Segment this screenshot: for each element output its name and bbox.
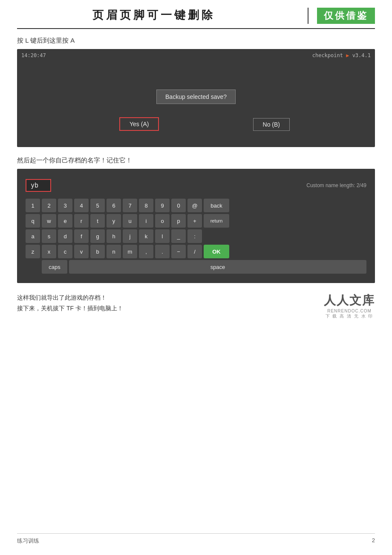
key-a[interactable]: a [26,229,40,243]
key-1[interactable]: 1 [26,199,40,212]
checkpoint-icon: ▶ [346,52,352,58]
key-y[interactable]: y [107,214,121,228]
key-underscore[interactable]: _ [171,229,186,243]
kb-row-1: 1 2 3 4 5 6 7 8 9 0 @ back [26,199,366,212]
no-button[interactable]: No (B) [253,118,290,131]
key-r[interactable]: r [74,214,89,228]
key-plus[interactable]: + [187,214,202,228]
key-3[interactable]: 3 [58,199,72,212]
key-q[interactable]: q [26,214,40,228]
key-j[interactable]: j [123,229,137,243]
space-button[interactable]: space [69,260,366,274]
bottom-section: 这样我们就导出了此游戏的存档！ 接下来，关机拔下 TF 卡！插到电脑上！ 人人文… [17,292,375,319]
key-4[interactable]: 4 [74,199,89,212]
back-button[interactable]: back [204,199,229,212]
key-e[interactable]: e [58,214,72,228]
key-u[interactable]: u [123,214,137,228]
key-w[interactable]: w [42,214,56,228]
name-input[interactable]: yb [26,179,51,192]
watermark: 人人文库 RENRENDOC.COM 下 载 高 清 无 水 印 [324,292,375,319]
game-panel-1: 14:20:47 checkpoint ▶ v3.4.1 Backup sele… [17,49,375,147]
kb-row-5: caps space [26,260,366,274]
timestamp: 14:20:47 [21,52,46,58]
watermark-desc: 下 载 高 清 无 水 印 [324,313,375,319]
watermark-site: RENRENDOC.COM [324,309,375,313]
key-colon[interactable]: : [187,229,202,243]
key-z[interactable]: z [26,245,40,258]
kb-row-2: q w e r t y u i o p + return [26,214,366,228]
key-m[interactable]: m [123,245,137,258]
dialog-box: Backup selected save? [156,90,236,104]
key-f[interactable]: f [74,229,89,243]
key-8[interactable]: 8 [139,199,153,212]
key-l[interactable]: l [155,229,170,243]
key-v[interactable]: v [74,245,89,258]
custom-name-length: Custom name length: 2/49 [306,182,366,188]
key-2[interactable]: 2 [42,199,56,212]
caps-button[interactable]: caps [42,260,67,274]
ok-button[interactable]: OK [204,245,229,258]
page-footer: 练习训练 2 [17,533,375,545]
bottom-text: 这样我们就导出了此游戏的存档！ 接下来，关机拔下 TF 卡！插到电脑上！ [17,292,123,314]
footer-right: 2 [372,537,375,545]
key-c[interactable]: c [58,245,72,258]
bottom-line2: 接下来，关机拔下 TF 卡！插到电脑上！ [17,303,123,314]
key-o[interactable]: o [155,214,170,228]
keyboard-panel: yb Custom name length: 2/49 1 2 3 4 5 6 … [17,169,375,283]
checkpoint-version: v3.4.1 [352,52,371,58]
key-h[interactable]: h [107,229,121,243]
key-0[interactable]: 0 [171,199,186,212]
header-divider [308,8,308,24]
key-period[interactable]: . [155,245,170,258]
key-i[interactable]: i [139,214,153,228]
key-x[interactable]: x [42,245,56,258]
key-s[interactable]: s [42,229,56,243]
header-badge: 仅供借鉴 [317,8,375,24]
yes-button[interactable]: Yes (A) [119,117,159,131]
key-7[interactable]: 7 [123,199,137,212]
keyboard-rows: 1 2 3 4 5 6 7 8 9 0 @ back q w e r t y u… [26,199,366,274]
key-at[interactable]: @ [187,199,202,212]
key-9[interactable]: 9 [155,199,170,212]
bottom-line1: 这样我们就导出了此游戏的存档！ [17,292,123,303]
key-k[interactable]: k [139,229,153,243]
key-t[interactable]: t [90,214,105,228]
key-6[interactable]: 6 [107,199,121,212]
return-button[interactable]: return [204,214,229,228]
kb-row-3: a s d f g h j k l _ : [26,229,366,243]
key-p[interactable]: p [171,214,186,228]
kb-row-4: z x c v b n m , . − / OK [26,245,366,258]
key-minus[interactable]: − [171,245,186,258]
key-g[interactable]: g [90,229,105,243]
key-comma[interactable]: , [139,245,153,258]
key-d[interactable]: d [58,229,72,243]
key-n[interactable]: n [107,245,121,258]
input-row: yb Custom name length: 2/49 [26,179,366,192]
checkpoint-text: checkpoint [312,52,343,58]
checkpoint-label: checkpoint ▶ v3.4.1 [312,52,371,58]
key-5[interactable]: 5 [90,199,105,212]
section2-instruction: 然后起一个你自己存档的名字！记住它！ [17,156,375,165]
watermark-logo: 人人文库 [324,292,375,309]
header-title: 页眉页脚可一键删除 [17,8,299,24]
page-header: 页眉页脚可一键删除 仅供借鉴 [17,0,375,29]
key-b[interactable]: b [90,245,105,258]
footer-left: 练习训练 [17,537,39,545]
key-slash[interactable]: / [187,245,202,258]
section1-instruction: 按 L 键后到这里按 A [17,37,375,45]
